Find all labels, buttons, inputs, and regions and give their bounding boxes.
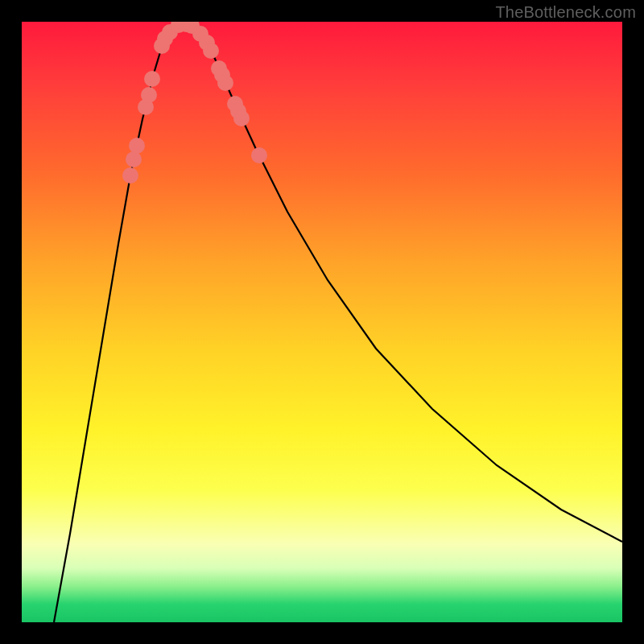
watermark-text: TheBottleneck.com — [495, 3, 636, 22]
gradient-plot-area — [22, 22, 622, 622]
